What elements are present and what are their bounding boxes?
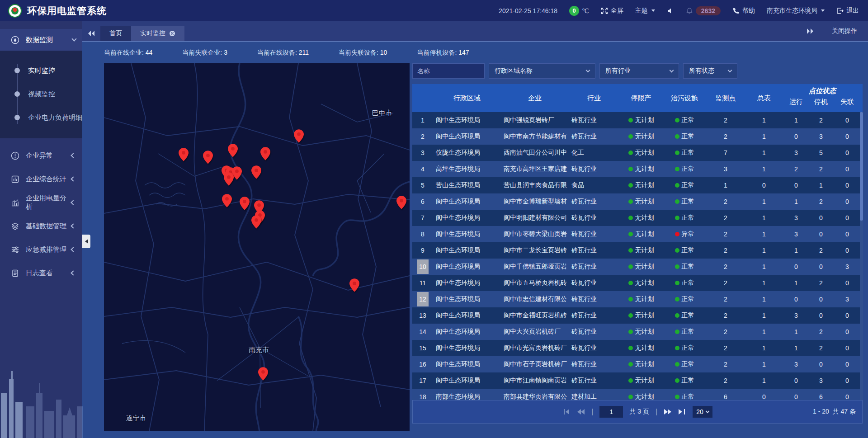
cell-district: 阆中生态环境局 — [433, 214, 501, 222]
notification-area[interactable]: 2632 — [686, 6, 721, 15]
table-row[interactable]: 16阆中生态环境局阆中市石子页岩机砖厂砖瓦行业无计划正常21300 — [412, 356, 863, 372]
table-row[interactable]: 17阆中生态环境局阆中市江南镇阆南页岩砖瓦行业无计划正常21030 — [412, 372, 863, 389]
panel-collapse-toggle[interactable] — [82, 235, 90, 248]
region-select[interactable]: 行政区域名称 — [489, 63, 595, 79]
industry-select[interactable]: 所有行业 — [599, 63, 679, 79]
table-row[interactable]: 14阆中生态环境局阆中大兴页岩机砖厂砖瓦行业无计划正常21120 — [412, 324, 863, 340]
row-index: 2 — [412, 129, 433, 144]
last-page-button[interactable] — [678, 408, 686, 415]
first-page-button[interactable] — [562, 408, 571, 415]
close-operations-button[interactable]: 关闭操作 — [832, 27, 857, 35]
tab-realtime-monitor[interactable]: 实时监控 — [131, 26, 184, 41]
cell-district: 阆中生态环境局 — [433, 230, 501, 238]
cell-run-count: 2 — [783, 165, 809, 173]
cell-company: 阆中市枣碧大梁山页岩 — [501, 230, 569, 238]
sidebar-item-emergency-reduction[interactable]: 应急减排管理 — [0, 238, 82, 261]
map-pin-icon[interactable] — [251, 165, 261, 179]
cell-limit-status: 无计划 — [619, 360, 663, 368]
table-row[interactable]: 5营山生态环境局营山县润丰肉食品有限食品无计划正常10010 — [412, 177, 863, 193]
cell-facility-status: 正常 — [663, 214, 706, 222]
table-row[interactable]: 12阆中生态环境局阆中市忠信建材有限公砖瓦行业无计划正常21003 — [412, 291, 863, 307]
map-pin-icon[interactable] — [349, 278, 359, 292]
table-row[interactable]: 11阆中生态环境局阆中市五马桥页岩机砖砖瓦行业无计划正常21120 — [412, 275, 863, 291]
theme-dropdown[interactable]: 主题 — [635, 7, 655, 15]
sidebar-item-enterprise-statistics[interactable]: 企业综合统计 — [0, 167, 82, 191]
mute-button[interactable] — [667, 7, 674, 14]
sidebar-item-data-monitor[interactable]: 数据监测 — [0, 29, 82, 51]
table-row[interactable]: 1阆中生态环境局阆中强锐页岩砖厂砖瓦行业无计划正常21120 — [412, 112, 863, 128]
pager-divider: | — [656, 408, 657, 416]
table-row[interactable]: 15阆中生态环境局阆中市光富页岩机砖厂砖瓦行业无计划正常21120 — [412, 340, 863, 356]
map-pin-icon[interactable] — [251, 215, 261, 229]
map-pin-icon[interactable] — [228, 144, 238, 157]
table-row[interactable]: 13阆中生态环境局阆中市金福旺页岩机砖砖瓦行业无计划正常21300 — [412, 307, 863, 324]
tabs-scroll-left-button[interactable] — [82, 26, 100, 41]
table-row[interactable]: 10阆中生态环境局阆中千佛镇五郎垭页岩砖瓦行业无计划正常21003 — [412, 259, 863, 275]
col-lost: 失联 — [833, 98, 862, 112]
row-index: 12 — [412, 292, 433, 306]
cell-industry: 砖瓦行业 — [569, 230, 619, 238]
status-dot-icon — [628, 330, 633, 334]
bar-chart-icon — [11, 198, 19, 207]
map-pin-icon[interactable] — [224, 172, 234, 186]
status-dot-icon — [675, 330, 679, 334]
map-pin-icon[interactable] — [203, 151, 213, 164]
sidebar-item-base-data-manage[interactable]: 基础数据管理 — [0, 214, 82, 238]
table-row[interactable]: 4高坪生态环境局南充市高坪区王家店建砖瓦行业无计划正常31220 — [412, 161, 863, 177]
sidebar-item-video-monitor[interactable]: 视频监控 — [0, 82, 82, 106]
tab-close-icon[interactable] — [169, 30, 175, 37]
sidebar-item-power-load-detail[interactable]: 企业电力负荷明细 — [0, 106, 82, 129]
map-pin-icon[interactable] — [179, 148, 189, 161]
map-pin-icon[interactable] — [222, 194, 232, 207]
status-select[interactable]: 所有状态 — [683, 63, 737, 79]
map-canvas[interactable]: 巴中市南充市遂宁市 — [104, 63, 410, 431]
cell-company: 阆中千佛镇五郎垭页岩 — [501, 263, 569, 271]
row-index: 14 — [412, 325, 433, 339]
map-pin-icon[interactable] — [258, 367, 268, 381]
chevron-down-icon — [728, 68, 732, 72]
status-dot-icon — [675, 362, 679, 367]
tab-home[interactable]: 首页 — [100, 26, 131, 41]
table-row[interactable]: 3仪陇生态环境局西南油气田分公司川中化工无计划正常71350 — [412, 145, 863, 161]
table-row[interactable]: 6阆中生态环境局阆中市金博瑞新型墙材砖瓦行业无计划正常21120 — [412, 193, 863, 210]
fullscreen-button[interactable]: 全屏 — [601, 7, 623, 15]
logout-icon — [836, 7, 844, 14]
logout-button[interactable]: 退出 — [836, 7, 859, 15]
next-page-button[interactable] — [664, 408, 672, 415]
table-row[interactable]: 2阆中生态环境局阆中市南方节能建材有砖瓦行业无计划正常21030 — [412, 128, 863, 145]
cell-industry: 砖瓦行业 — [569, 246, 619, 254]
table-row[interactable]: 18南部生态环境局南部县建华页岩有限公建材加工无计划正常60060 — [412, 389, 863, 400]
page-number-input[interactable] — [599, 406, 623, 418]
sidebar-item-power-usage-analysis[interactable]: 企业用电量分析 — [0, 191, 82, 214]
table-row[interactable]: 9阆中生态环境局阆中市二龙长宝页岩砖砖瓦行业无计划正常21120 — [412, 242, 863, 259]
map-pin-icon[interactable] — [260, 147, 270, 160]
user-org-dropdown[interactable]: 南充市生态环境局 — [767, 7, 825, 15]
help-button[interactable]: 帮助 — [732, 7, 755, 15]
row-index: 9 — [412, 243, 433, 258]
cell-district: 阆中生态环境局 — [433, 360, 501, 368]
map-pin-icon[interactable] — [294, 129, 304, 143]
table-row[interactable]: 7阆中生态环境局阆中明阳建材有限公司砖瓦行业无计划正常21300 — [412, 210, 863, 226]
map-pin-icon[interactable] — [240, 197, 250, 210]
cell-company: 西南油气田分公司川中 — [501, 149, 569, 157]
cell-limit-status: 无计划 — [619, 116, 663, 124]
cell-meter-count: 1 — [745, 296, 783, 303]
sidebar-item-enterprise-abnormal[interactable]: 企业异常 — [0, 144, 82, 167]
map-pin-icon[interactable] — [396, 196, 406, 209]
table-row[interactable]: 8阆中生态环境局阆中市枣碧大梁山页岩砖瓦行业无计划异常21300 — [412, 226, 863, 242]
row-index: 5 — [412, 178, 433, 193]
sidebar-item-realtime-monitor[interactable]: 实时监控 — [0, 59, 82, 82]
row-index: 15 — [412, 341, 433, 355]
tabs-scroll-right-button[interactable] — [801, 24, 819, 39]
status-dot-icon — [675, 378, 679, 383]
prev-page-button[interactable] — [577, 408, 585, 415]
page-size-select[interactable]: 20 — [693, 406, 712, 418]
name-search-input[interactable] — [412, 63, 485, 79]
map-roads-layer — [104, 63, 410, 431]
notification-count-badge[interactable]: 2632 — [696, 6, 721, 15]
table-scrollbar[interactable] — [860, 112, 863, 400]
col-monitor: 监测点 — [706, 84, 745, 112]
sidebar-item-log-view[interactable]: 日志查看 — [0, 261, 82, 285]
cell-limit-status: 无计划 — [619, 149, 663, 157]
scrollbar-thumb[interactable] — [860, 112, 863, 221]
